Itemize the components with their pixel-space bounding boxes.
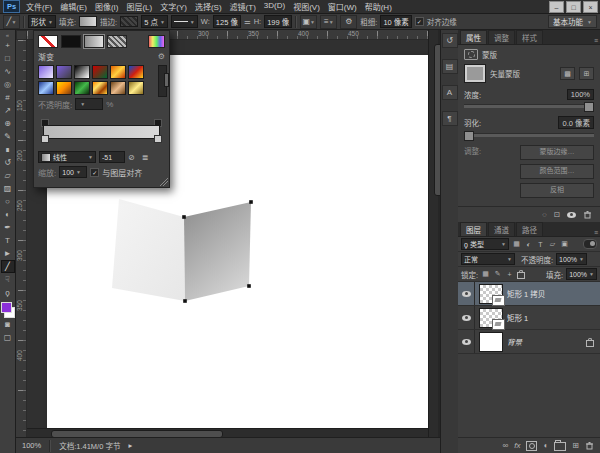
new-layer-icon[interactable]: ⊞ xyxy=(572,441,579,450)
zoom-level-field[interactable]: 100% xyxy=(22,441,41,450)
tab-paths[interactable]: 路径 xyxy=(516,222,543,236)
vector-mask-thumbnail[interactable] xyxy=(492,319,505,330)
minimize-button[interactable]: – xyxy=(549,1,564,13)
layer-thumbnail[interactable] xyxy=(479,332,503,352)
lasso-tool[interactable]: ∿ xyxy=(1,65,15,78)
delete-layer-trash-icon[interactable] xyxy=(585,441,594,450)
geometry-options-gear-icon[interactable]: ⚙ xyxy=(340,15,357,29)
lock-position-icon[interactable]: + xyxy=(505,271,514,278)
pattern-fill-button[interactable] xyxy=(107,35,127,48)
enable-mask-eye-icon[interactable] xyxy=(567,212,576,218)
layer-row-rectangle-1[interactable]: 矩形 1 xyxy=(458,306,600,330)
close-button[interactable]: × xyxy=(583,1,598,13)
height-field[interactable]: 199 像 xyxy=(264,15,292,28)
feather-slider[interactable] xyxy=(464,133,594,137)
layer-visibility-eye-icon[interactable] xyxy=(462,291,471,297)
filter-type-layers-icon[interactable]: T xyxy=(536,241,545,248)
vertical-ruler[interactable]: 150200250300350400 xyxy=(16,40,27,437)
vector-mask-thumbnail[interactable] xyxy=(464,64,486,83)
history-panel-icon[interactable]: ↺ xyxy=(442,33,458,48)
gradient-fill-button[interactable] xyxy=(84,35,104,48)
path-operations-dropdown[interactable]: ▣▼ xyxy=(300,15,317,29)
gradient-preset-1[interactable] xyxy=(38,65,54,79)
brush-tool[interactable]: ✎ xyxy=(1,130,15,143)
add-layer-mask-icon[interactable] xyxy=(526,441,537,451)
menu-item[interactable]: 图像(I) xyxy=(95,1,119,12)
blur-tool[interactable]: ○ xyxy=(1,195,15,208)
healing-brush-tool[interactable]: ⊕ xyxy=(1,117,15,130)
scale-field[interactable]: 100▼ xyxy=(59,166,87,178)
gradient-preset-7[interactable] xyxy=(38,81,54,95)
width-field[interactable]: 125 像 xyxy=(213,15,241,28)
vertical-scrollbar[interactable] xyxy=(428,30,438,437)
density-value[interactable]: 100% xyxy=(567,89,594,100)
stroke-width-field[interactable]: 5 点▼ xyxy=(141,15,168,28)
lock-transparent-pixels-icon[interactable]: ▦ xyxy=(481,270,490,278)
quick-selection-tool[interactable]: ◎ xyxy=(1,78,15,91)
gradient-preset-12[interactable] xyxy=(128,81,144,95)
no-fill-button[interactable] xyxy=(38,35,58,48)
align-edges-checkbox[interactable]: ✓ xyxy=(415,17,424,26)
method-list-icon[interactable]: ≣ xyxy=(142,153,149,162)
menu-item[interactable]: 3D(D) xyxy=(264,1,285,12)
maximize-button[interactable]: □ xyxy=(566,1,581,13)
eraser-tool[interactable]: ▱ xyxy=(1,169,15,182)
gradient-preset-3[interactable] xyxy=(74,65,90,79)
invert-button[interactable]: 反相 xyxy=(520,183,594,198)
layer-thumbnail[interactable] xyxy=(479,308,503,328)
menu-item[interactable]: 窗口(W) xyxy=(328,1,357,12)
rectangular-marquee-tool[interactable]: □ xyxy=(1,52,15,65)
new-adjustment-layer-icon[interactable]: ◐ xyxy=(543,441,548,450)
gradient-preset-6[interactable] xyxy=(128,65,144,79)
color-range-button[interactable]: 颜色范围… xyxy=(520,164,594,179)
filter-adjustment-layers-icon[interactable]: ◐ xyxy=(524,241,533,248)
color-stop-left[interactable] xyxy=(41,135,49,143)
align-with-layer-checkbox[interactable]: ✓ xyxy=(90,168,99,177)
gradient-preset-8[interactable] xyxy=(56,81,72,95)
character-panel-icon[interactable]: A xyxy=(442,85,458,100)
fill-field[interactable]: 100%▼ xyxy=(566,268,597,280)
vector-mask-thumbnail[interactable] xyxy=(492,295,505,306)
layer-row-background[interactable]: 背景 xyxy=(458,330,600,354)
gradient-type-dropdown[interactable]: 线性▼ xyxy=(38,151,96,163)
history-brush-tool[interactable]: ↺ xyxy=(1,156,15,169)
menu-item[interactable]: 选择(S) xyxy=(195,1,222,12)
color-picker-icon[interactable] xyxy=(148,35,165,48)
zoom-tool[interactable]: ϙ xyxy=(1,286,15,299)
crop-tool[interactable]: # xyxy=(1,91,15,104)
menu-item[interactable]: 滤镜(T) xyxy=(230,1,256,12)
link-dimensions-icon[interactable]: ⚌ xyxy=(244,17,251,26)
panel-menu-icon[interactable]: ≡ xyxy=(594,37,598,44)
layer-visibility-eye-icon[interactable] xyxy=(462,315,471,321)
line-tool[interactable]: ╱ xyxy=(1,260,15,273)
ruler-origin-corner[interactable] xyxy=(16,30,27,40)
path-alignment-dropdown[interactable]: ≡▼ xyxy=(320,15,337,29)
load-selection-from-mask-icon[interactable]: ◌ xyxy=(542,210,546,219)
gradient-preset-2[interactable] xyxy=(56,65,72,79)
toolbar-collapse-icon[interactable]: « xyxy=(6,32,9,38)
layer-name[interactable]: 矩形 1 拷贝 xyxy=(507,288,545,299)
tool-mode-dropdown[interactable]: 形状▼ xyxy=(28,15,56,28)
gradient-preset-4[interactable] xyxy=(92,65,108,79)
opacity-field[interactable]: 100%▼ xyxy=(556,253,587,265)
popup-resize-grip[interactable] xyxy=(160,178,168,186)
filter-shape-layers-icon[interactable]: ▱ xyxy=(548,240,557,248)
layer-style-fx-icon[interactable]: fx xyxy=(514,441,520,450)
menu-item[interactable]: 文字(Y) xyxy=(160,1,187,12)
gradient-preset-10[interactable] xyxy=(92,81,108,95)
layer-name[interactable]: 矩形 1 xyxy=(507,312,528,323)
gradient-preset-11[interactable] xyxy=(110,81,126,95)
lock-all-icon[interactable] xyxy=(517,272,525,279)
status-options-arrow-icon[interactable]: ▸ xyxy=(128,441,132,450)
tab-properties[interactable]: 属性 xyxy=(460,30,487,44)
vector-shape[interactable] xyxy=(105,195,255,310)
quick-mask-button[interactable]: ◙ xyxy=(1,318,15,331)
menu-item[interactable]: 编辑(E) xyxy=(60,1,87,12)
panel-menu-icon[interactable]: ≡ xyxy=(594,229,598,236)
eyedropper-tool[interactable]: ↗ xyxy=(1,104,15,117)
tool-preset-icon[interactable]: ╱▼ xyxy=(3,15,20,29)
solid-color-button[interactable] xyxy=(61,35,81,48)
shape-right-face[interactable] xyxy=(184,202,251,301)
gradient-tool[interactable]: ▨ xyxy=(1,182,15,195)
stroke-style-dropdown[interactable]: ▼ xyxy=(171,15,198,28)
